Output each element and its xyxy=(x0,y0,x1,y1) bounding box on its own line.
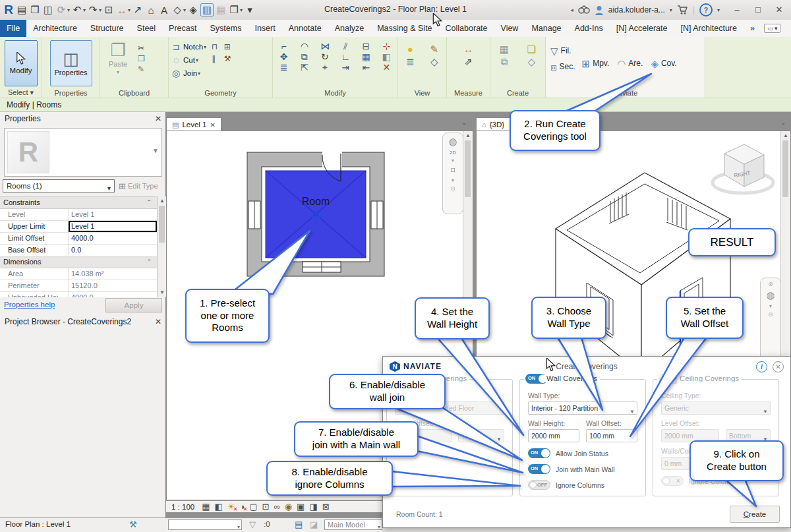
trim-extend-icon[interactable]: ∟ xyxy=(341,52,350,61)
hide-elements-icon[interactable]: ● xyxy=(407,44,413,54)
cut-geometry-button[interactable]: ◌Cut▾ xyxy=(171,53,206,67)
notch-button-dropdown[interactable]: ▾ xyxy=(204,44,206,50)
minimize-button[interactable]: – xyxy=(726,0,747,18)
detail-level-icon[interactable]: ▦ xyxy=(202,502,210,511)
design-options-combo[interactable]: Main Model ▾ xyxy=(324,519,382,530)
paint-icon[interactable]: ◧ xyxy=(382,52,391,61)
properties-button[interactable]: ◫ Properties xyxy=(50,40,92,86)
scale-icon[interactable]: ⇱ xyxy=(301,63,308,72)
steering-wheel-dropdown-icon[interactable]: ▾ xyxy=(452,158,454,163)
naviate-area-button[interactable]: ◠Are. xyxy=(617,55,643,71)
property-value[interactable]: 4000.0 xyxy=(69,233,157,244)
locked-3d-icon[interactable]: ⊠ xyxy=(322,502,330,511)
mirror-axis-icon[interactable]: ⫽ xyxy=(343,42,347,51)
match-properties-icon[interactable]: ✎ xyxy=(138,65,145,73)
create-assembly-icon[interactable]: ⧉ xyxy=(500,57,508,67)
property-value[interactable]: Level 1 xyxy=(69,221,157,232)
collapse-chevron-icon[interactable]: ⌃ xyxy=(146,256,157,268)
navbar3d-expand-icon[interactable]: ⊗ xyxy=(768,281,773,287)
move-icon[interactable]: ✥ xyxy=(280,52,288,61)
properties-close-icon[interactable]: ✕ xyxy=(155,112,161,125)
temporary-hide-isolate-icon[interactable]: ∞ xyxy=(274,502,279,511)
properties-scrollbar[interactable]: ▲ ▼ xyxy=(157,196,167,297)
temporary-view-properties-icon[interactable]: ◨ xyxy=(309,502,317,511)
view-tab-3d[interactable]: ⌂ {3D} xyxy=(476,117,510,131)
ribbon-tab--n-architecture[interactable]: [N] Architecture xyxy=(674,20,744,37)
signed-in-user[interactable]: aida.koluder-a... xyxy=(608,5,665,15)
offset-icon[interactable]: ◠ xyxy=(301,42,308,51)
collapse-arrow-icon[interactable]: ◂ xyxy=(570,7,573,13)
wall-height-field[interactable]: 2000 mm xyxy=(528,429,579,442)
displace-elements-icon[interactable]: ◇ xyxy=(430,57,438,67)
ribbon-tab-file[interactable]: File xyxy=(0,20,26,37)
ribbon-tab-steel[interactable]: Steel xyxy=(131,20,163,37)
properties-section-constraints[interactable]: Constraints⌃ xyxy=(0,197,157,209)
select-group-label[interactable]: Select ▾ xyxy=(0,88,42,97)
navbar3d-collapse-icon[interactable]: ⊖ xyxy=(768,311,773,318)
ribbon-tab-insert[interactable]: Insert xyxy=(248,20,281,37)
zoom-icon[interactable]: ⌑ xyxy=(451,165,455,175)
ribbon-tab-manage[interactable]: Manage xyxy=(525,20,568,37)
help-dropdown-icon[interactable]: ▾ xyxy=(717,7,720,13)
shadows-icon[interactable]: ◑✕ xyxy=(239,502,245,511)
worksets-icon[interactable]: ⚒ xyxy=(129,519,137,529)
naviate-coverings-button[interactable]: ◈Cov. xyxy=(651,55,676,71)
split-icon[interactable]: ⊟ xyxy=(362,42,370,51)
trim-corner-icon[interactable]: ⇥ xyxy=(341,63,349,72)
demolish-icon[interactable]: ⚒ xyxy=(224,55,231,63)
linework-icon[interactable]: ≣ xyxy=(406,57,415,67)
create-button[interactable]: Create xyxy=(730,506,780,523)
match-type-icon[interactable]: ▦ xyxy=(362,52,370,61)
cart-icon[interactable] xyxy=(677,5,688,15)
align-icon[interactable]: ⌐ xyxy=(281,42,286,51)
ribbon-tab--[interactable]: » xyxy=(744,20,761,37)
notch-button[interactable]: ⊐Notch▾ xyxy=(171,40,206,53)
wall-type-select[interactable]: Interior - 120 Partition ▼ xyxy=(528,401,637,415)
allow-join-status-toggle[interactable]: ON xyxy=(528,448,550,458)
close-button[interactable]: ✕ xyxy=(769,0,790,18)
pin-icon[interactable]: ⊹ xyxy=(383,42,391,51)
wall-offset-field[interactable]: 100 mm xyxy=(586,429,637,442)
ribbon-display-toggle[interactable]: ▭ ▾ xyxy=(764,24,781,33)
override-graphics-icon[interactable]: ✎ xyxy=(430,44,438,54)
modify-button[interactable]: Modify xyxy=(5,40,38,86)
steering-wheel-icon[interactable]: ◍ xyxy=(448,136,457,148)
ceiling-ignore-columns-toggle[interactable]: ✕ xyxy=(661,476,684,486)
show-crop-region-icon[interactable]: ⊡ xyxy=(262,502,270,511)
user-icon[interactable] xyxy=(595,5,604,15)
user-dropdown-icon[interactable]: ▾ xyxy=(670,7,672,13)
visual-style-icon[interactable]: ◧ xyxy=(214,502,222,511)
create-parts-icon[interactable]: ◇ xyxy=(527,57,535,67)
copy-icon[interactable]: ❐ xyxy=(138,55,145,63)
ribbon-tab-add-ins[interactable]: Add-Ins xyxy=(568,20,610,37)
navbar-collapse-icon[interactable]: ⊖ xyxy=(450,185,455,192)
zoom-dropdown-icon[interactable]: ▾ xyxy=(452,177,454,183)
ribbon-tab-precast[interactable]: Precast xyxy=(162,20,203,37)
properties-help-link[interactable]: Properties help xyxy=(4,301,55,309)
dimension-icon[interactable]: ⇗ xyxy=(464,57,473,67)
beam-joins-icon[interactable]: ∥ xyxy=(212,55,219,63)
unpin-icon[interactable]: ⌖ xyxy=(322,63,328,72)
paste-button[interactable]: ❐ Paste ▾ xyxy=(103,42,132,75)
create-group-icon[interactable]: ▦ xyxy=(500,44,509,54)
naviate-filter-button[interactable]: ▽Fil. xyxy=(550,43,575,59)
rotate-icon[interactable]: ↻ xyxy=(321,52,329,61)
properties-section-dimensions[interactable]: Dimensions⌃ xyxy=(0,256,157,268)
type-selector[interactable]: R ▼ xyxy=(4,128,162,177)
sun-path-icon[interactable]: ☀✕ xyxy=(227,502,235,511)
help-icon[interactable]: ? xyxy=(699,3,713,16)
editable-only-icon[interactable]: ▤ xyxy=(295,519,303,529)
ceiling-type-select[interactable]: Generic ▼ xyxy=(661,401,771,415)
type-selector-dropdown-icon[interactable]: ▼ xyxy=(152,147,159,154)
property-value[interactable]: 0.0 xyxy=(69,245,157,256)
selection-filter-icon[interactable]: ▽ xyxy=(249,519,256,529)
view-tab-menu-icon-2[interactable]: ⌄ xyxy=(780,119,786,126)
ribbon-tab-structure[interactable]: Structure xyxy=(84,20,131,37)
crop-view-icon[interactable]: ▢ xyxy=(249,502,257,511)
view-tab-close-icon[interactable]: ✕ xyxy=(210,121,216,129)
copy-icon[interactable]: ⧉ xyxy=(301,52,308,61)
ribbon-tab-collaborate[interactable]: Collaborate xyxy=(439,20,494,37)
floor-plan-drawing[interactable]: Room xyxy=(245,150,387,279)
ribbon-tab-systems[interactable]: Systems xyxy=(203,20,248,37)
join-geometry-button-dropdown[interactable]: ▾ xyxy=(198,71,200,76)
